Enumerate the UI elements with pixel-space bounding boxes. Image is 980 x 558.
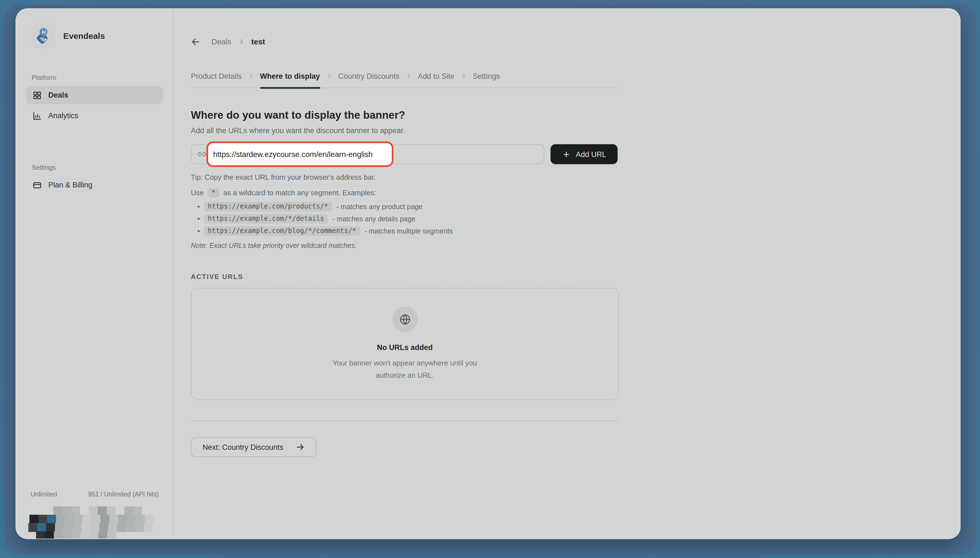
example-item: https://example.com/products/* - matches… <box>197 202 619 211</box>
usage-row: Unlimited 951 / Unlimited (API hits) <box>26 491 163 497</box>
bar-chart-icon <box>33 111 42 120</box>
page-title: Where do you want to display the banner? <box>191 109 619 121</box>
active-urls-empty-state: No URLs added Your banner won't appear a… <box>191 288 619 400</box>
tab-settings[interactable]: Settings <box>473 65 500 88</box>
wildcard-examples: https://example.com/products/* - matches… <box>191 202 619 236</box>
app-window: % Evendeals Platform <box>16 8 960 539</box>
url-entry-row: https://stardew.ezycourse.com/en/learn-e… <box>191 144 619 164</box>
plan-badge: Unlimited <box>31 491 57 497</box>
svg-text:%: % <box>40 36 45 42</box>
example-pattern: https://example.com/*/details <box>204 214 328 223</box>
chevron-right-icon <box>248 73 254 79</box>
wildcard-prefix: Use <box>191 189 204 197</box>
sidebar-item-label: Analytics <box>48 112 78 120</box>
grid-icon <box>33 91 42 100</box>
brand: % Evendeals <box>31 23 163 48</box>
example-description: - matches any details page <box>332 215 415 223</box>
sidebar-section-platform: Platform <box>31 74 163 82</box>
breadcrumb: Deals test <box>191 37 619 47</box>
wildcard-suffix: as a wildcard to match any segment. Exam… <box>224 189 376 197</box>
redacted-user-info[interactable] <box>26 506 155 539</box>
main-content: Deals test Product Details Where to disp… <box>174 9 960 538</box>
note-text: Note: Exact URLs take priority over wild… <box>191 242 619 249</box>
brand-name: Evendeals <box>63 31 105 41</box>
arrow-right-icon <box>296 443 304 451</box>
next-step-button[interactable]: Next: Country Discounts <box>191 437 316 457</box>
empty-state-description: Your banner won't appear anywhere until … <box>333 357 477 381</box>
sidebar: % Evendeals Platform <box>16 9 174 538</box>
sidebar-item-label: Deals <box>48 91 68 99</box>
breadcrumb-current: test <box>252 37 265 46</box>
sidebar-section-settings: Settings <box>31 164 163 171</box>
bullet-icon <box>197 218 199 220</box>
back-button[interactable] <box>191 37 200 46</box>
sidebar-item-label: Plan & Billing <box>48 181 92 189</box>
example-pattern: https://example.com/products/* <box>204 202 332 211</box>
example-description: - matches any product page <box>337 203 423 210</box>
chevron-right-icon <box>460 73 467 79</box>
tab-product-details[interactable]: Product Details <box>191 65 242 88</box>
sidebar-item-plan-billing[interactable]: Plan & Billing <box>26 176 163 194</box>
add-url-button[interactable]: Add URL <box>551 144 618 164</box>
chevron-right-icon <box>238 38 245 45</box>
sidebar-item-deals[interactable]: Deals <box>26 86 163 104</box>
chevron-right-icon <box>326 73 332 79</box>
api-hits: 951 / Unlimited (API hits) <box>88 491 159 497</box>
desktop: % Evendeals Platform <box>0 0 980 558</box>
page-subtitle: Add all the URLs where you want the disc… <box>191 126 619 135</box>
add-url-label: Add URL <box>576 150 606 158</box>
wildcard-intro: Use * as a wildcard to match any segment… <box>191 188 619 197</box>
price-tag-percent-pin-icon: % <box>34 26 53 45</box>
bullet-icon <box>197 206 199 208</box>
brand-logo: % <box>31 23 56 48</box>
tab-where-to-display[interactable]: Where to display <box>260 65 320 88</box>
active-urls-heading: ACTIVE URLS <box>191 273 619 281</box>
empty-state-title: No URLs added <box>377 343 432 352</box>
bullet-icon <box>197 230 199 232</box>
link-icon <box>197 150 206 159</box>
example-pattern: https://example.com/blog/*/comments/* <box>204 226 360 236</box>
divider <box>191 420 619 421</box>
sidebar-item-analytics[interactable]: Analytics <box>26 107 163 125</box>
next-step-label: Next: Country Discounts <box>202 443 283 451</box>
wildcard-symbol-chip: * <box>207 188 219 197</box>
step-tabs: Product Details Where to display Country… <box>191 65 619 88</box>
empty-line1: Your banner won't appear anywhere until … <box>333 359 477 367</box>
arrow-left-icon <box>191 37 200 46</box>
globe-icon <box>399 313 411 326</box>
tab-country-discounts[interactable]: Country Discounts <box>338 65 400 88</box>
empty-line2: authorize an URL. <box>376 371 434 379</box>
tip-text: Tip: Copy the exact URL from your browse… <box>191 173 619 181</box>
url-highlight-annotation[interactable]: https://stardew.ezycourse.com/en/learn-e… <box>206 141 393 167</box>
credit-card-icon <box>33 181 42 189</box>
tab-add-to-site[interactable]: Add to Site <box>418 65 454 88</box>
example-description: - matches multiple segments <box>365 227 453 235</box>
chevron-right-icon <box>406 73 412 79</box>
example-item: https://example.com/*/details - matches … <box>197 214 619 223</box>
breadcrumb-parent[interactable]: Deals <box>211 37 232 46</box>
example-item: https://example.com/blog/*/comments/* - … <box>197 226 619 236</box>
plus-icon <box>562 150 570 158</box>
globe-icon-circle <box>392 307 418 332</box>
